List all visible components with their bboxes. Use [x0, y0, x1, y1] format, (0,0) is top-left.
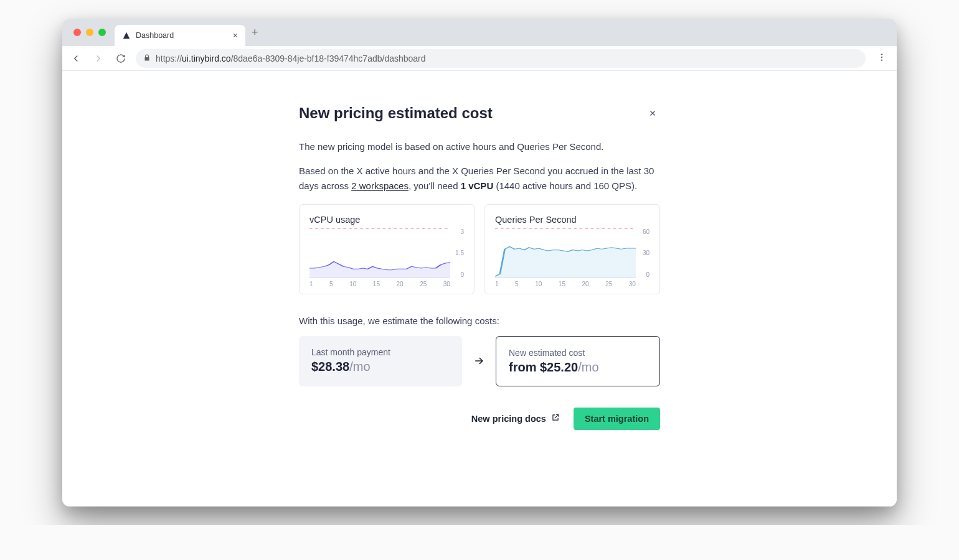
nav-back-button[interactable]	[68, 51, 83, 66]
address-url: https://ui.tinybird.co/8dae6a-8309-84je-…	[156, 54, 426, 63]
arrow-right-icon	[472, 336, 486, 386]
browser-menu-button[interactable]	[873, 52, 890, 65]
usage-text-post: (1440 active hours and 160 QPS).	[493, 180, 637, 191]
cost-new-amount: from $25.20	[509, 360, 578, 374]
svg-point-0	[881, 54, 882, 55]
intro-paragraph: The new pricing model is based on active…	[299, 139, 660, 154]
chart-vcpu-xticks: 151015202530	[309, 281, 464, 287]
pricing-dialog: New pricing estimated cost The new prici…	[299, 105, 660, 430]
cost-card-old: Last month payment $28.38/mo	[299, 336, 462, 386]
url-path: /8dae6a-8309-84je-bf18-f39474hc7adb/dash…	[231, 54, 426, 63]
window-maximize-icon[interactable]	[98, 29, 106, 36]
cost-old-value: $28.38/mo	[311, 360, 450, 374]
usage-paragraph: Based on the X active hours and the X Qu…	[299, 164, 660, 193]
lock-icon	[143, 54, 151, 63]
workspaces-link[interactable]: 2 workspaces	[351, 180, 409, 191]
cost-old-suffix: /mo	[349, 360, 370, 373]
url-host: ui.tinybird.co	[182, 54, 231, 63]
address-bar[interactable]: https://ui.tinybird.co/8dae6a-8309-84je-…	[136, 49, 866, 68]
new-tab-button[interactable]: +	[252, 26, 258, 39]
browser-tab-active[interactable]: Dashboard ×	[115, 25, 245, 46]
window-close-icon[interactable]	[73, 29, 81, 36]
svg-point-1	[881, 56, 882, 57]
chart-vcpu-title: vCPU usage	[309, 215, 464, 225]
tab-favicon-icon	[122, 31, 131, 40]
estimate-intro: With this usage, we estimate the followi…	[299, 315, 660, 326]
close-icon[interactable]	[645, 106, 660, 121]
browser-toolbar: https://ui.tinybird.co/8dae6a-8309-84je-…	[62, 46, 897, 71]
chart-qps-yticks: 60300	[636, 228, 650, 278]
chart-vcpu: vCPU usage 31.50 151015202530	[299, 204, 475, 294]
cost-card-new: New estimated cost from $25.20/mo	[496, 336, 660, 386]
cost-compare-row: Last month payment $28.38/mo New estimat…	[299, 336, 660, 386]
chart-vcpu-yticks: 31.50	[450, 228, 464, 278]
charts-row: vCPU usage 31.50 151015202530 Queries Pe…	[299, 204, 660, 294]
cost-old-amount: $28.38	[311, 360, 349, 373]
dialog-footer: New pricing docs Start migration	[299, 408, 660, 430]
traffic-lights	[73, 29, 106, 36]
chart-qps-area: 60300	[495, 228, 650, 278]
pricing-docs-label: New pricing docs	[471, 414, 546, 424]
cost-new-suffix: /mo	[578, 360, 598, 374]
chart-qps-xticks: 151015202530	[495, 281, 650, 287]
cost-new-value: from $25.20/mo	[509, 360, 647, 375]
url-protocol: https://	[156, 54, 182, 63]
external-link-icon	[551, 413, 560, 424]
dialog-body: The new pricing model is based on active…	[299, 139, 660, 430]
tab-close-icon[interactable]: ×	[233, 31, 238, 40]
cost-old-label: Last month payment	[311, 347, 450, 357]
window-minimize-icon[interactable]	[86, 29, 93, 36]
chart-qps-plot	[495, 228, 636, 278]
nav-reload-button[interactable]	[113, 51, 128, 66]
pricing-docs-link[interactable]: New pricing docs	[471, 413, 560, 424]
browser-tab-strip: Dashboard × +	[62, 19, 897, 46]
chart-qps-title: Queries Per Second	[495, 215, 650, 225]
tab-title: Dashboard	[136, 31, 174, 40]
chart-qps: Queries Per Second 60300 151015202530	[484, 204, 660, 294]
chart-vcpu-area: 31.50	[309, 228, 464, 278]
chart-vcpu-plot	[309, 228, 450, 278]
estimate-section: With this usage, we estimate the followi…	[299, 315, 660, 386]
start-migration-button[interactable]: Start migration	[574, 408, 660, 430]
page-viewport: New pricing estimated cost The new prici…	[62, 71, 897, 506]
dialog-title: New pricing estimated cost	[299, 105, 493, 122]
browser-window: Dashboard × + https://ui.tinybird.co/8da…	[62, 19, 897, 506]
dialog-header: New pricing estimated cost	[299, 105, 660, 122]
svg-point-2	[881, 59, 882, 60]
cost-new-label: New estimated cost	[509, 348, 647, 358]
vcpu-value: 1 vCPU	[461, 180, 494, 191]
usage-text-mid: , you'll need	[409, 180, 461, 191]
nav-forward-button[interactable]	[91, 51, 106, 66]
